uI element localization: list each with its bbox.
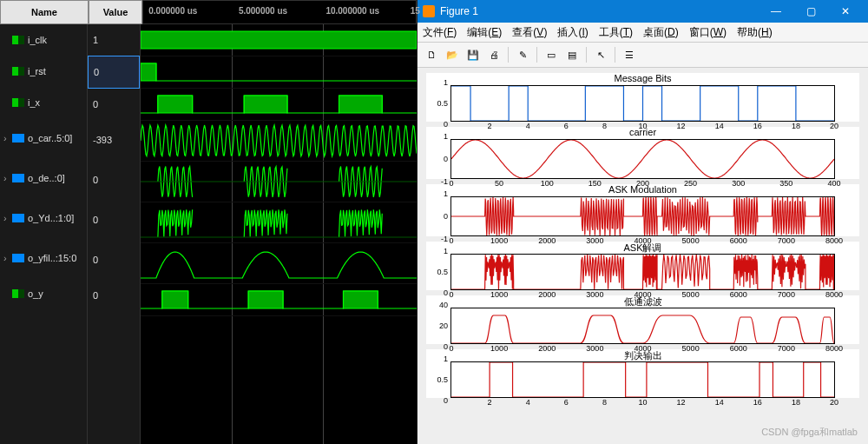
bus-icon (12, 214, 24, 222)
signal-name: o_de..:0] (28, 173, 65, 183)
signal-name: o_yfil..:15:0 (28, 253, 76, 263)
menu-item[interactable]: 文件(F) (423, 25, 457, 40)
axes[interactable]: -101010002000300040005000600070008000 (450, 196, 835, 236)
trace-row[interactable] (141, 24, 417, 56)
time-ruler[interactable]: 0.000000 us 5.000000 us 10.000000 us 15 (142, 0, 417, 24)
menu-item[interactable]: 插入(I) (557, 25, 588, 40)
signal-row[interactable]: ›o_Yd..:1:0] (0, 198, 87, 238)
signal-row[interactable]: i_x (0, 87, 87, 118)
menu-item[interactable]: 工具(T) (599, 25, 633, 40)
window-title: Figure 1 (440, 5, 478, 17)
trace-row[interactable] (141, 202, 417, 243)
toolbar: 🗋 📂 💾 🖨 ✎ ▭ ▤ ↖ ☰ (418, 43, 868, 68)
databrush-icon[interactable]: ▭ (542, 46, 560, 63)
cursor-icon[interactable]: ↖ (592, 46, 609, 63)
axes[interactable]: 02040010002000300040005000600070008000 (450, 308, 835, 344)
subplot[interactable]: 判决输出00.512468101214161820 (426, 349, 859, 398)
menu-item[interactable]: 窗口(W) (689, 25, 727, 40)
waveform-traces[interactable] (141, 24, 417, 444)
subplot[interactable]: ASK解调00.51010002000300040005000600070008… (426, 242, 859, 290)
trace-row[interactable] (141, 284, 417, 316)
header-name[interactable]: Name (0, 0, 89, 24)
subplot[interactable]: carrier-101050100150200250300350400 (426, 127, 859, 179)
new-icon[interactable]: 🗋 (423, 46, 440, 63)
watermark: CSDN @fpga和matlab (761, 426, 858, 439)
tick-label: 0.000000 us (148, 6, 197, 16)
signal-row[interactable]: ›o_yfil..:15:0 (0, 238, 87, 278)
axes[interactable]: 00.51010002000300040005000600070008000 (450, 254, 835, 290)
menu-item[interactable]: 帮助(H) (737, 25, 773, 40)
signal-row[interactable]: ›o_de..:0] (0, 158, 87, 198)
signal-name: i_clk (28, 35, 47, 45)
signal-row[interactable]: i_clk (0, 24, 87, 56)
signal-value[interactable]: 0 (88, 280, 140, 311)
bit-icon (12, 98, 24, 107)
subplot[interactable]: Message Bits00.512468101214161820 (426, 73, 859, 122)
signal-values-column: 1 0 0 -393 0 0 0 0 (88, 24, 141, 444)
menubar: 文件(F)编辑(E)查看(V)插入(I)工具(T)桌面(D)窗口(W)帮助(H) (418, 23, 868, 43)
save-icon[interactable]: 💾 (464, 46, 482, 63)
trace-row[interactable] (141, 89, 417, 121)
bit-icon (12, 289, 24, 298)
maximize-button[interactable]: ▢ (793, 0, 828, 23)
signal-value[interactable]: 0 (88, 56, 140, 89)
menu-item[interactable]: 桌面(D) (643, 25, 679, 40)
header-value[interactable]: Value (89, 0, 142, 24)
signal-name: o_y (28, 288, 43, 299)
figure-area: Message Bits00.512468101214161820carrier… (418, 68, 868, 444)
expand-icon[interactable]: › (3, 253, 12, 263)
axes[interactable]: 00.512468101214161820 (450, 85, 835, 122)
colorbar-icon[interactable]: ▤ (563, 46, 581, 63)
signal-name: i_rst (28, 66, 46, 76)
tick-label: 5.000000 us (239, 6, 287, 16)
menu-item[interactable]: 查看(V) (512, 25, 547, 40)
signal-name: o_car..5:0] (28, 133, 72, 143)
signal-row[interactable]: o_y (0, 278, 87, 309)
bus-icon (12, 254, 24, 262)
menu-item[interactable]: 编辑(E) (467, 25, 502, 40)
signal-value[interactable]: 0 (88, 89, 140, 120)
subplot[interactable]: 低通滤波020400100020003000400050006000700080… (426, 295, 859, 344)
edit-plot-icon[interactable]: ✎ (514, 46, 531, 63)
plot-title: Message Bits (426, 73, 859, 85)
trace-row[interactable] (141, 121, 417, 162)
signal-row[interactable]: i_rst (0, 56, 87, 87)
expand-icon[interactable]: › (3, 213, 12, 223)
signal-name: i_x (28, 97, 40, 108)
close-button[interactable]: ✕ (828, 0, 863, 23)
tick-label: 10.000000 us (326, 6, 379, 16)
matlab-figure-window: Figure 1 — ▢ ✕ 文件(F)编辑(E)查看(V)插入(I)工具(T)… (418, 0, 868, 444)
signal-names-column: i_clk i_rst i_x ›o_car..5:0] ›o_de..:0] … (0, 24, 88, 444)
trace-row[interactable] (141, 243, 417, 284)
signal-value[interactable]: 0 (88, 200, 140, 240)
bit-icon (12, 36, 24, 44)
minimize-button[interactable]: — (759, 0, 793, 23)
axes[interactable]: 00.512468101214161820 (450, 361, 835, 398)
expand-icon[interactable]: › (3, 133, 12, 143)
signal-row[interactable]: ›o_car..5:0] (0, 118, 87, 158)
signal-value[interactable]: 0 (88, 240, 140, 280)
bus-icon (12, 174, 24, 182)
trace-row[interactable] (141, 56, 417, 89)
bus-icon (12, 134, 24, 142)
signal-value[interactable]: 1 (88, 24, 140, 56)
signal-value[interactable]: 0 (88, 160, 140, 200)
axes[interactable]: -101050100150200250300350400 (450, 139, 835, 179)
tick-label: 15 (411, 6, 420, 16)
expand-icon[interactable]: › (3, 173, 12, 183)
print-icon[interactable]: 🖨 (485, 46, 503, 63)
legend-icon[interactable]: ☰ (621, 46, 638, 63)
waveform-viewer: Name Value 0.000000 us 5.000000 us 10.00… (0, 0, 418, 444)
open-icon[interactable]: 📂 (444, 46, 461, 63)
signal-value[interactable]: -393 (88, 120, 140, 160)
bit-icon (12, 67, 24, 76)
matlab-icon (423, 5, 435, 17)
trace-row[interactable] (141, 162, 417, 202)
signal-name: o_Yd..:1:0] (28, 213, 74, 223)
subplot[interactable]: ASK Modulation-1010100020003000400050006… (426, 184, 859, 236)
titlebar[interactable]: Figure 1 — ▢ ✕ (418, 0, 868, 23)
